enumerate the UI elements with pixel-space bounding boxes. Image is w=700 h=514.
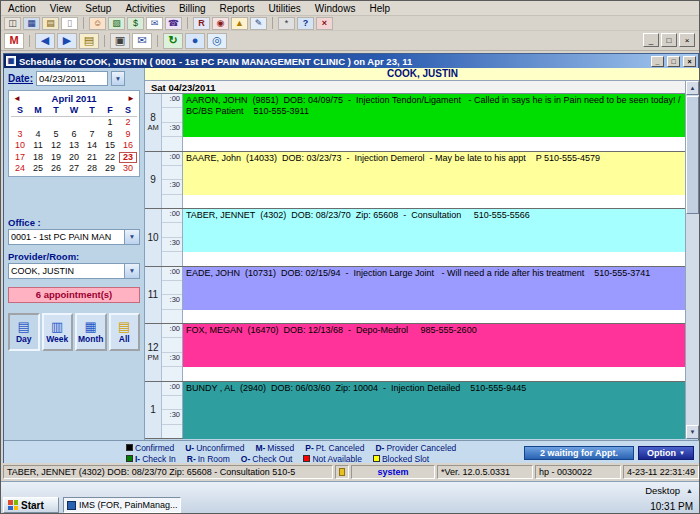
option-button[interactable]: Option ▼ — [638, 446, 694, 460]
window-close-button[interactable]: × — [679, 33, 695, 47]
schedule-icon[interactable]: ▤ — [42, 17, 59, 30]
calendar-day[interactable]: 16 — [119, 140, 137, 152]
patient-icon[interactable]: ☺ — [89, 17, 106, 30]
date-dropdown-icon[interactable]: ▼ — [111, 71, 125, 86]
ims-logo-icon[interactable]: M — [4, 33, 24, 49]
appointment-search-icon[interactable]: ◫ — [4, 17, 21, 30]
view-week-button[interactable]: ▥ Week — [42, 313, 74, 351]
calendar-day[interactable]: 7 — [83, 129, 101, 141]
slot-area[interactable]: AARON, JOHN (9851) DOB: 04/09/75 - Injec… — [183, 94, 685, 151]
back-icon[interactable]: ◀ — [35, 33, 55, 49]
waiting-for-appt-button[interactable]: 2 waiting for Appt. — [524, 446, 634, 460]
billing-icon[interactable]: $ — [127, 17, 144, 30]
world-icon[interactable]: ◎ — [207, 33, 227, 49]
calendar-day[interactable]: 13 — [65, 140, 83, 152]
office-dropdown-icon[interactable]: ▼ — [124, 230, 139, 244]
scrollbar-thumb[interactable] — [686, 96, 699, 214]
appointment-block[interactable]: EADE, JOHN (10731) DOB: 02/15/94 - Injec… — [183, 267, 685, 310]
help-icon[interactable]: ? — [297, 17, 314, 30]
scroll-down-icon[interactable]: ▼ — [686, 425, 699, 439]
desktop-chevron-icon[interactable]: ▲ — [686, 487, 693, 494]
calendar-day-selected[interactable]: 23 — [119, 152, 137, 164]
calendar-day[interactable]: 26 — [47, 163, 65, 175]
print-icon[interactable]: ▣ — [110, 33, 130, 49]
daysheet-icon[interactable]: ▯ — [61, 17, 78, 30]
taskbar-ims-task[interactable]: IMS (FOR, PainManag... — [63, 497, 181, 513]
child-minimize-button[interactable]: _ — [651, 56, 664, 67]
slot-area[interactable]: BUNDY , AL (2940) DOB: 06/03/60 Zip: 100… — [183, 382, 685, 439]
forward-icon[interactable]: ▶ — [57, 33, 77, 49]
menu-view[interactable]: View — [43, 2, 79, 15]
settings-icon[interactable]: * — [278, 17, 295, 30]
calendar-day[interactable]: 5 — [47, 129, 65, 141]
menu-billing[interactable]: Billing — [172, 2, 213, 15]
calendar-day[interactable]: 4 — [29, 129, 47, 141]
calendar-prev-icon[interactable]: ◄ — [13, 94, 21, 103]
calendar-day[interactable]: 3 — [11, 129, 29, 141]
slot-area[interactable]: FOX, MEGAN (16470) DOB: 12/13/68 - Depo-… — [183, 324, 685, 381]
calendar-day[interactable]: 18 — [29, 152, 47, 164]
calendar-next-icon[interactable]: ► — [127, 94, 135, 103]
appointment-block[interactable]: TABER, JENNET (4302) DOB: 08/23/70 Zip: … — [183, 209, 685, 252]
menu-utilities[interactable]: Utilities — [262, 2, 308, 15]
clock-icon[interactable]: ● — [185, 33, 205, 49]
child-close-button[interactable]: × — [683, 56, 696, 67]
chart-icon[interactable]: ▨ — [108, 17, 125, 30]
schedule-scrollbar[interactable]: ▲ ▼ — [685, 81, 699, 439]
desktop-toolbar[interactable]: Desktop ▲ — [645, 485, 693, 496]
view-day-button[interactable]: ▤ Day — [8, 313, 40, 351]
menu-action[interactable]: Action — [1, 2, 43, 15]
slot-area[interactable]: BAARE, John (14033) DOB: 03/23/73 - Inje… — [183, 152, 685, 209]
scroll-up-icon[interactable]: ▲ — [686, 81, 699, 95]
calendar-day[interactable]: 30 — [119, 163, 137, 175]
appointment-block[interactable]: BUNDY , AL (2940) DOB: 06/03/60 Zip: 100… — [183, 382, 685, 439]
exit-icon[interactable]: × — [316, 17, 333, 30]
calendar-day[interactable]: 8 — [101, 129, 119, 141]
calendar-day[interactable]: 10 — [11, 140, 29, 152]
view-all-button[interactable]: ▤ All — [109, 313, 141, 351]
start-button[interactable]: Start — [3, 497, 59, 513]
calendar-day[interactable]: 19 — [47, 152, 65, 164]
calendar-day[interactable]: 9 — [119, 129, 137, 141]
email-icon[interactable]: ✉ — [132, 33, 152, 49]
calendar-day[interactable]: 25 — [29, 163, 47, 175]
calendar-day[interactable]: 28 — [83, 163, 101, 175]
calendar-day[interactable]: 14 — [83, 140, 101, 152]
calendar-day[interactable]: 21 — [83, 152, 101, 164]
calendar-day[interactable]: 1 — [101, 117, 119, 129]
appointment-block[interactable]: FOX, MEGAN (16470) DOB: 12/13/68 - Depo-… — [183, 324, 685, 367]
view-month-button[interactable]: ▦ Month — [75, 313, 107, 351]
calendar-day[interactable]: 22 — [101, 152, 119, 164]
refresh-icon[interactable]: ↻ — [163, 33, 183, 49]
office-select[interactable]: 0001 - 1st PC PAIN MAN ▼ — [8, 229, 140, 245]
rx-icon[interactable]: R — [193, 17, 210, 30]
lab-icon[interactable]: ◉ — [212, 17, 229, 30]
letter-icon[interactable]: ✉ — [146, 17, 163, 30]
menu-help[interactable]: Help — [362, 2, 397, 15]
provider-select[interactable]: COOK, JUSTIN ▼ — [8, 263, 140, 279]
calculator-icon[interactable]: ▦ — [23, 17, 40, 30]
calendar-day[interactable]: 27 — [65, 163, 83, 175]
calendar-day[interactable]: 2 — [119, 117, 137, 129]
appointments-count-button[interactable]: 6 appointment(s) — [8, 287, 140, 303]
calendar-day[interactable]: 6 — [65, 129, 83, 141]
menu-windows[interactable]: Windows — [308, 2, 363, 15]
window-minimize-button[interactable]: _ — [643, 33, 659, 47]
menu-activities[interactable]: Activities — [118, 2, 171, 15]
calendar-day[interactable]: 11 — [29, 140, 47, 152]
menu-setup[interactable]: Setup — [78, 2, 118, 15]
menu-reports[interactable]: Reports — [213, 2, 262, 15]
calendar-day[interactable]: 17 — [11, 152, 29, 164]
provider-dropdown-icon[interactable]: ▼ — [124, 264, 139, 278]
calendar-day[interactable]: 24 — [11, 163, 29, 175]
calendar-day[interactable]: 15 — [101, 140, 119, 152]
child-restore-button[interactable]: □ — [667, 56, 680, 67]
appointment-block[interactable]: AARON, JOHN (9851) DOB: 04/09/75 - Injec… — [183, 94, 685, 137]
window-restore-button[interactable]: □ — [661, 33, 677, 47]
calendar-day[interactable]: 29 — [101, 163, 119, 175]
slot-area[interactable]: TABER, JENNET (4302) DOB: 08/23/70 Zip: … — [183, 209, 685, 266]
calendar-day[interactable]: 12 — [47, 140, 65, 152]
phone-icon[interactable]: ☎ — [165, 17, 182, 30]
date-input[interactable] — [36, 71, 108, 86]
goto-date-icon[interactable]: ▤ — [79, 33, 99, 49]
